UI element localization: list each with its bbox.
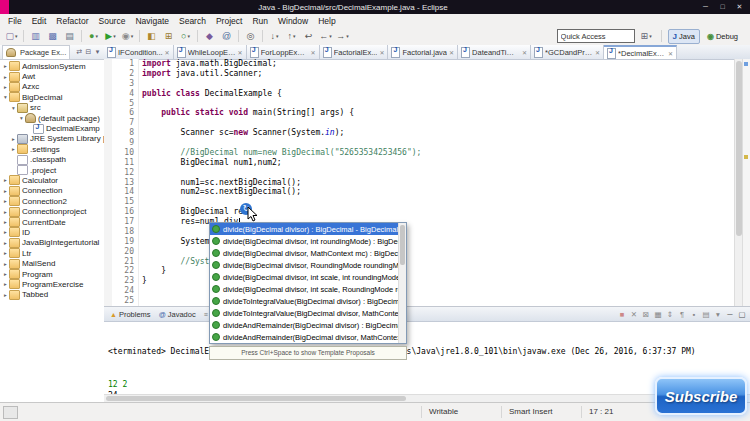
tree-item-admissionsystem[interactable]: ▸AdmissionSystem	[0, 61, 104, 71]
menu-edit[interactable]: Edit	[27, 16, 52, 26]
subscribe-button[interactable]: Subscribe	[655, 377, 747, 415]
expand-arrow-icon[interactable]: ▸	[10, 146, 17, 152]
annotation-gutter[interactable]	[104, 217, 112, 227]
dropdown-arrow-icon[interactable]: ▾	[131, 33, 134, 39]
expand-arrow-icon[interactable]: ▸	[2, 271, 9, 277]
minimize-view-icon[interactable]: ─	[724, 310, 736, 319]
menu-file[interactable]: File	[3, 16, 27, 26]
tree-item-decimalexamp[interactable]: DecimalExamp	[0, 123, 104, 133]
maximize-view-icon[interactable]: ▢	[736, 310, 748, 319]
expand-arrow-icon[interactable]: ▸	[2, 188, 9, 194]
annotation-gutter[interactable]	[104, 79, 112, 89]
code-text[interactable]: num1=sc.nextBigDecimal();	[139, 178, 301, 188]
code-text[interactable]	[139, 99, 142, 109]
tree-item-tabbed[interactable]: ▸Tabbed	[0, 290, 104, 300]
run-external-tools-button[interactable]: ◉▾	[119, 28, 136, 44]
annotation-gutter[interactable]	[104, 128, 112, 138]
annotation-gutter[interactable]	[104, 257, 112, 267]
expand-arrow-icon[interactable]: ▸	[2, 261, 9, 267]
overview-marker[interactable]	[744, 62, 748, 66]
annotation-gutter[interactable]	[104, 99, 112, 109]
tree-item-bigdecimal[interactable]: ▾BigDecimal	[0, 92, 104, 102]
expand-arrow-icon[interactable]: ▸	[2, 219, 9, 225]
dropdown-arrow-icon[interactable]: ▾	[113, 33, 116, 39]
code-text[interactable]	[139, 247, 142, 257]
annotation-gutter[interactable]	[104, 286, 112, 296]
annotation-gutter[interactable]	[104, 207, 112, 217]
expand-arrow-icon[interactable]: ▸	[2, 63, 9, 69]
tree-item-classpath[interactable]: .classpath	[0, 155, 104, 165]
perspective-java[interactable]: JJava	[668, 29, 700, 44]
tree-item-javabigintegertutorial[interactable]: ▸JavaBigIntegertutorial	[0, 238, 104, 248]
code-text[interactable]: //BigDecimal num=new BigDecimal("5265353…	[139, 148, 421, 158]
tree-item-mailsend[interactable]: ▸MailSend	[0, 258, 104, 268]
expand-arrow-icon[interactable]: ▸	[10, 136, 17, 142]
code-text[interactable]: public class DecimalExample {	[139, 89, 282, 99]
word-wrap-icon[interactable]: ¶	[676, 310, 688, 319]
scrollbar-thumb[interactable]	[106, 396, 406, 401]
annotation-gutter[interactable]	[104, 247, 112, 257]
display-selected-console-icon[interactable]: ▤	[700, 310, 712, 319]
dropdown-arrow-icon[interactable]: ▾	[276, 33, 279, 39]
minimize-button[interactable]: ─	[697, 3, 714, 11]
console-tab-javadoc[interactable]: @Javadoc	[155, 308, 200, 321]
code-text[interactable]: public static void main(String[] args) {	[139, 108, 354, 118]
javadoc-button[interactable]: @	[218, 28, 235, 44]
completion-item[interactable]: divide(BigDecimal divisor, int scale, Ro…	[210, 283, 398, 295]
editor-tab-factorial-java[interactable]: Factorial.java✕	[388, 45, 458, 59]
open-console-icon[interactable]: ▾	[712, 310, 724, 319]
annotation-gutter[interactable]	[104, 197, 112, 207]
scrollbar-thumb[interactable]	[400, 225, 405, 265]
collapse-arrow-icon[interactable]: ▾	[2, 94, 9, 100]
expand-arrow-icon[interactable]: ▸	[2, 198, 9, 204]
annotation-gutter[interactable]	[104, 89, 112, 99]
tree-item-connection2[interactable]: ▸Connection2	[0, 196, 104, 206]
close-tab-icon[interactable]: ✕	[668, 50, 673, 57]
tree-item-connection[interactable]: ▸Connection	[0, 186, 104, 196]
code-text[interactable]: BigDecimal res;	[139, 207, 253, 217]
tree-item-id[interactable]: ▸ID	[0, 227, 104, 237]
menu-refactor[interactable]: Refactor	[51, 16, 93, 26]
completion-item[interactable]: divideToIntegralValue(BigDecimal divisor…	[210, 307, 398, 319]
dropdown-arrow-icon[interactable]: ▾	[187, 33, 190, 39]
annotation-gutter[interactable]	[104, 276, 112, 286]
last-edit-location-button[interactable]: ↩	[300, 28, 317, 44]
annotation-gutter[interactable]	[104, 69, 112, 79]
code-text[interactable]	[139, 118, 142, 128]
remove-launch-icon[interactable]: ✕	[628, 310, 640, 319]
completion-item[interactable]: divideAndRemainder(BigDecimal divisor) :…	[210, 319, 398, 331]
menu-help[interactable]: Help	[313, 16, 340, 26]
search-button[interactable]: ◎	[242, 28, 259, 44]
tree-item-azxc[interactable]: ▸Azxc	[0, 82, 104, 92]
tree-item-ltr[interactable]: ▸Ltr	[0, 248, 104, 258]
expand-arrow-icon[interactable]: ▸	[2, 209, 9, 215]
tree-item-connectionproject[interactable]: ▸Connectionproject	[0, 206, 104, 216]
completion-item[interactable]: divideToIntegralValue(BigDecimal divisor…	[210, 295, 398, 307]
code-text[interactable]: num2=sc.nextBigDecimal();	[139, 187, 301, 197]
close-tab-icon[interactable]: ✕	[311, 49, 316, 56]
code-text[interactable]	[139, 286, 142, 296]
code-text[interactable]	[139, 168, 142, 178]
next-annotation-button[interactable]: ↓▾	[266, 28, 283, 44]
console-tab-problems[interactable]: ▲Problems	[106, 308, 155, 321]
editor-tab-factorialex[interactable]: FactorialEx...✕	[320, 45, 389, 59]
perspective-debug[interactable]: ◉Debug	[702, 29, 743, 44]
code-text[interactable]	[139, 197, 142, 207]
code-text[interactable]: Scanner sc=new Scanner(System.in);	[139, 128, 344, 138]
menu-project[interactable]: Project	[211, 16, 247, 26]
code-text[interactable]: import java.math.BigDecimal;	[139, 59, 277, 69]
expand-arrow-icon[interactable]: ▸	[2, 177, 9, 183]
dropdown-arrow-icon[interactable]: ▾	[15, 33, 18, 39]
new-class-button[interactable]: ○▾	[177, 28, 194, 44]
dropdown-arrow-icon[interactable]: ▾	[329, 33, 332, 39]
remove-all-launches-icon[interactable]: ⊠	[640, 310, 652, 319]
annotation-gutter[interactable]	[104, 108, 112, 118]
close-tab-icon[interactable]: ✕	[165, 49, 170, 56]
code-text[interactable]	[139, 296, 142, 306]
tree-item-src[interactable]: ▾src	[0, 103, 104, 113]
link-with-editor-icon[interactable]: ⇄	[75, 48, 84, 56]
menu-source[interactable]: Source	[93, 16, 130, 26]
tree-item-program[interactable]: ▸Program	[0, 269, 104, 279]
editor-tab-decimalexam[interactable]: *DecimalExam...✕	[604, 45, 677, 59]
dropdown-arrow-icon[interactable]: ▾	[346, 33, 349, 39]
